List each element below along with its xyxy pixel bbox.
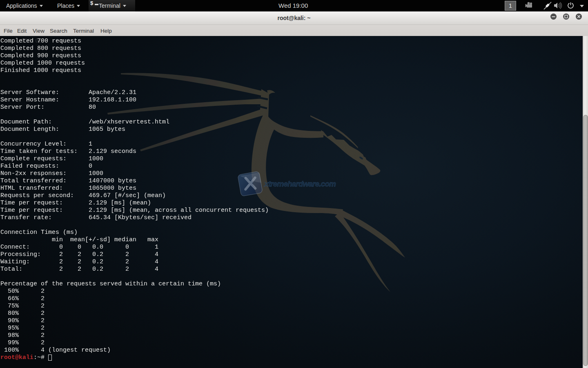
- svg-text:$: $: [90, 0, 94, 6]
- svg-text:xtremehardware.com: xtremehardware.com: [264, 180, 336, 188]
